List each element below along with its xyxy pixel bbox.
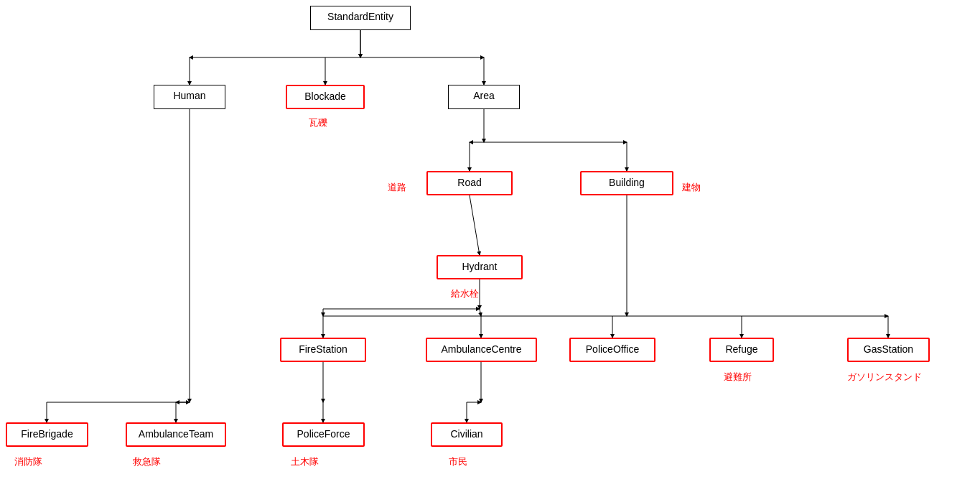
label-tatemono: 建物 xyxy=(682,181,701,194)
node-gas-station-label: GasStation xyxy=(864,343,913,355)
node-human-label: Human xyxy=(173,90,205,101)
node-road: Road xyxy=(426,171,513,195)
label-doro: 道路 xyxy=(388,181,406,194)
node-civilian: Civilian xyxy=(431,422,503,447)
node-civilian-label: Civilian xyxy=(450,428,482,440)
node-blockade-label: Blockade xyxy=(304,91,346,102)
node-fire-station-label: FireStation xyxy=(299,343,347,355)
node-area: Area xyxy=(448,85,520,109)
node-road-label: Road xyxy=(457,177,481,188)
label-kyukyutai: 救急隊 xyxy=(133,455,161,468)
diagram: StandardEntity Human Blockade Area Road … xyxy=(0,0,980,482)
node-ambulance-team-label: AmbulanceTeam xyxy=(139,428,213,440)
node-standard-entity-label: StandardEntity xyxy=(327,11,393,22)
node-fire-brigade-label: FireBrigade xyxy=(21,428,73,440)
node-police-office: PoliceOffice xyxy=(569,338,655,362)
svg-line-12 xyxy=(470,195,480,255)
node-ambulance-centre: AmbulanceCentre xyxy=(426,338,537,362)
connection-lines xyxy=(0,0,980,482)
node-gas-station: GasStation xyxy=(847,338,930,362)
node-human: Human xyxy=(154,85,225,109)
node-standard-entity: StandardEntity xyxy=(310,6,411,30)
node-police-force: PoliceForce xyxy=(282,422,365,447)
node-refuge: Refuge xyxy=(709,338,774,362)
node-fire-station: FireStation xyxy=(280,338,366,362)
node-ambulance-team: AmbulanceTeam xyxy=(126,422,226,447)
node-hydrant: Hydrant xyxy=(437,255,523,279)
node-fire-brigade: FireBrigade xyxy=(6,422,88,447)
node-police-force-label: PoliceForce xyxy=(297,428,350,440)
node-building-label: Building xyxy=(609,177,645,188)
node-police-office-label: PoliceOffice xyxy=(586,343,639,355)
label-gasorin: ガソリンスタンド xyxy=(847,371,922,384)
node-ambulance-centre-label: AmbulanceCentre xyxy=(441,343,521,355)
node-hydrant-label: Hydrant xyxy=(462,261,497,272)
node-building: Building xyxy=(580,171,673,195)
node-refuge-label: Refuge xyxy=(725,343,757,355)
label-shimin: 市民 xyxy=(449,455,467,468)
svg-line-23 xyxy=(480,309,481,316)
label-garekki: 瓦礫 xyxy=(309,116,327,129)
label-kyusuisen: 給水栓 xyxy=(451,287,479,300)
node-blockade: Blockade xyxy=(286,85,365,109)
node-area-label: Area xyxy=(473,90,495,101)
label-dobokutai: 土木隊 xyxy=(291,455,319,468)
label-shobotai: 消防隊 xyxy=(14,455,42,468)
label-hinanjo: 避難所 xyxy=(724,371,752,384)
